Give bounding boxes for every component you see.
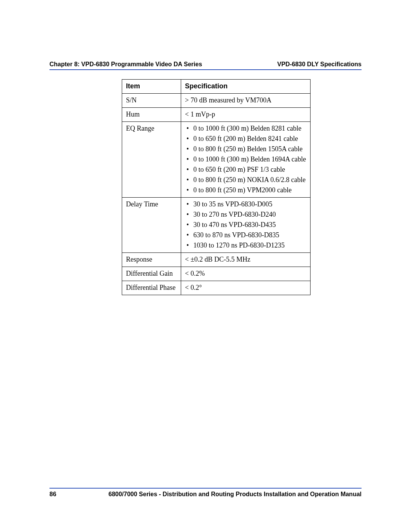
cell-spec: < ±0.2 dB DC-5.5 MHz	[181, 253, 311, 267]
manual-title: 6800/7000 Series - Distribution and Rout…	[108, 491, 362, 498]
spec-list-item: 0 to 650 ft (200 m) Belden 8241 cable	[185, 134, 306, 144]
cell-spec: < 1 mVp-p	[181, 108, 311, 122]
spec-list-item: 30 to 270 ns VPD-6830-D240	[185, 209, 306, 220]
header-section: VPD-6830 DLY Specifications	[277, 61, 362, 68]
spec-list-item: 0 to 650 ft (200 m) PSF 1/3 cable	[185, 165, 306, 175]
cell-spec: < 0.2%	[181, 267, 311, 281]
spec-list-item: 0 to 800 ft (250 m) VPM2000 cable	[185, 185, 306, 195]
table-row: Response< ±0.2 dB DC-5.5 MHz	[122, 253, 311, 267]
spec-list-item: 30 to 470 ns VPD-6830-D435	[185, 220, 306, 230]
spec-list-item: 0 to 800 ft (250 m) NOKIA 0.6/2.8 cable	[185, 175, 306, 185]
cell-spec: > 70 dB measured by VM700A	[181, 94, 311, 108]
spec-list-item: 30 to 35 ns VPD-6830-D005	[185, 199, 306, 209]
spec-list-item: 0 to 1000 ft (300 m) Belden 1694A cable	[185, 154, 306, 165]
table-header-row: Item Specification	[122, 80, 311, 94]
table-row: Hum< 1 mVp-p	[122, 108, 311, 122]
cell-item: Differential Gain	[122, 267, 181, 281]
table-row: Differential Phase< 0.2°	[122, 281, 311, 295]
cell-spec: 30 to 35 ns VPD-6830-D00530 to 270 ns VP…	[181, 198, 311, 253]
spec-list: 0 to 1000 ft (300 m) Belden 8281 cable0 …	[185, 123, 306, 195]
col-header-spec: Specification	[181, 80, 311, 94]
cell-spec: 0 to 1000 ft (300 m) Belden 8281 cable0 …	[181, 122, 311, 198]
running-header: Chapter 8: VPD-6830 Programmable Video D…	[49, 61, 362, 70]
table-row: Delay Time30 to 35 ns VPD-6830-D00530 to…	[122, 198, 311, 253]
page-number: 86	[49, 491, 56, 498]
spec-table: Item Specification S/N> 70 dB measured b…	[122, 79, 311, 295]
running-footer: 86 6800/7000 Series - Distribution and R…	[49, 488, 362, 498]
spec-list-item: 0 to 1000 ft (300 m) Belden 8281 cable	[185, 123, 306, 134]
spec-list-item: 1030 to 1270 ns PD-6830-D1235	[185, 240, 306, 251]
header-chapter: Chapter 8: VPD-6830 Programmable Video D…	[49, 61, 202, 68]
spec-list: 30 to 35 ns VPD-6830-D00530 to 270 ns VP…	[185, 199, 306, 251]
col-header-item: Item	[122, 80, 181, 94]
cell-item: Differential Phase	[122, 281, 181, 295]
cell-item: EQ Range	[122, 122, 181, 198]
cell-spec: < 0.2°	[181, 281, 311, 295]
cell-item: Hum	[122, 108, 181, 122]
table-row: S/N> 70 dB measured by VM700A	[122, 94, 311, 108]
spec-list-item: 0 to 800 ft (250 m) Belden 1505A cable	[185, 144, 306, 154]
page: Chapter 8: VPD-6830 Programmable Video D…	[0, 0, 411, 532]
cell-item: Response	[122, 253, 181, 267]
cell-item: Delay Time	[122, 198, 181, 253]
table-row: Differential Gain< 0.2%	[122, 267, 311, 281]
spec-list-item: 630 to 870 ns VPD-6830-D835	[185, 230, 306, 240]
table-row: EQ Range0 to 1000 ft (300 m) Belden 8281…	[122, 122, 311, 198]
cell-item: S/N	[122, 94, 181, 108]
